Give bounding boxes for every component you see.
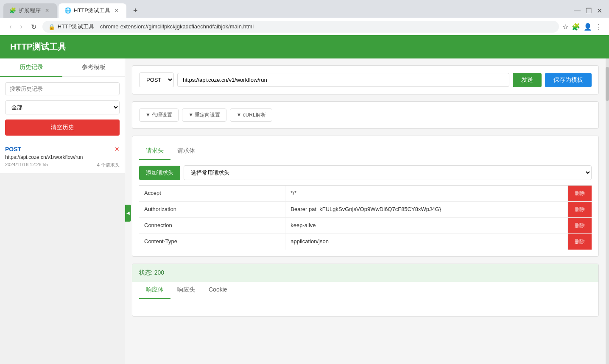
tab-request-headers[interactable]: 请求头 (139, 143, 170, 160)
sidebar-wrapper: 历史记录 参考模板 全部 清空历史 POST ✕ (0, 58, 125, 364)
table-row: Accept */* 删除 (139, 185, 592, 201)
header-val-content-type: application/json (285, 234, 568, 250)
response-tabs: 响应体 响应头 Cookie (132, 282, 598, 299)
settings-row: ▼ 代理设置 ▼ 重定向设置 ▼ cURL解析 (139, 108, 592, 122)
close-tab-http-tool[interactable]: ✕ (113, 7, 120, 14)
headers-table: Accept */* 删除 Authorization Bearer pat_k… (139, 185, 592, 250)
browser-tab-extensions[interactable]: 🧩 扩展程序 ✕ (3, 3, 57, 18)
menu-icon[interactable]: ⋮ (595, 23, 602, 31)
app-title: HTTP测试工具 (10, 42, 66, 51)
app-header: HTTP测试工具 (0, 35, 609, 58)
send-button[interactable]: 发送 (513, 73, 542, 87)
request-card: 请求头 请求体 添加请求头 选择常用请求头 (132, 136, 599, 257)
response-status: 状态: 200 (132, 264, 598, 282)
sidebar-search (0, 77, 125, 100)
proxy-settings-button[interactable]: ▼ 代理设置 (139, 108, 179, 122)
common-header-select[interactable]: 选择常用请求头 (184, 165, 592, 180)
history-method: POST (5, 146, 120, 153)
header-key-accept: Accept (139, 186, 285, 201)
header-add-row: 添加请求头 选择常用请求头 (139, 165, 592, 180)
tab-request-body[interactable]: 请求体 (170, 143, 202, 160)
tab-response-cookie[interactable]: Cookie (202, 282, 234, 299)
url-box[interactable]: 🔒 HTTP测试工具 chrome-extension://gimclifpkc… (42, 21, 559, 33)
settings-card: ▼ 代理设置 ▼ 重定向设置 ▼ cURL解析 (132, 101, 599, 129)
close-window-button[interactable]: ✕ (597, 7, 602, 15)
back-button[interactable]: ‹ (7, 21, 14, 32)
add-header-button[interactable]: 添加请求头 (139, 166, 180, 180)
method-select[interactable]: POST (139, 72, 174, 87)
address-bar: ‹ › ↻ 🔒 HTTP测试工具 chrome-extension://gimc… (0, 18, 609, 35)
restore-button[interactable]: ❐ (586, 7, 592, 15)
url-display: HTTP测试工具 chrome-extension://gimclifpkckj… (58, 23, 553, 31)
table-row: Connection keep-alive 删除 (139, 217, 592, 233)
tab-title-extensions: 扩展程序 (19, 7, 41, 14)
history-count: 4 个请求头 (97, 162, 120, 168)
reload-button[interactable]: ↻ (28, 21, 39, 33)
tab-response-headers[interactable]: 响应头 (170, 282, 202, 299)
response-body-content (132, 299, 598, 316)
delete-header-authorization[interactable]: 删除 (568, 202, 592, 217)
sidebar-tabs: 历史记录 参考模板 (0, 58, 125, 77)
sidebar-filter: 全部 (0, 100, 125, 119)
new-tab-button[interactable]: + (130, 5, 141, 17)
tab-response-body[interactable]: 响应体 (139, 282, 170, 299)
redirect-settings-button[interactable]: ▼ 重定向设置 (182, 108, 226, 122)
tab-title-http-tool: HTTP测试工具 (74, 7, 110, 14)
header-val-connection: keep-alive (285, 218, 568, 233)
table-row: Authorization Bearer pat_kFULgkSvGnjsVOp… (139, 201, 592, 217)
delete-header-content-type[interactable]: 删除 (568, 234, 592, 250)
star-icon[interactable]: ☆ (562, 23, 568, 31)
history-item: POST ✕ https://api.coze.cn/v1/workflow/r… (0, 141, 125, 174)
filter-select[interactable]: 全部 (5, 100, 120, 114)
forward-button[interactable]: › (17, 21, 25, 32)
sidebar-tab-templates[interactable]: 参考模板 (62, 58, 125, 76)
close-tab-extensions[interactable]: ✕ (43, 7, 51, 14)
history-url: https://api.coze.cn/v1/workflow/run (5, 154, 120, 160)
extensions-favicon: 🧩 (9, 7, 16, 14)
extension-icon[interactable]: 🧩 (572, 23, 580, 31)
history-meta: 2024/11/18 12:28:55 4 个请求头 (5, 162, 120, 168)
delete-header-connection[interactable]: 删除 (568, 218, 592, 233)
clear-history-button[interactable]: 清空历史 (5, 119, 120, 136)
minimize-button[interactable]: — (574, 7, 581, 15)
curl-parse-button[interactable]: ▼ cURL解析 (230, 108, 272, 122)
response-card: 状态: 200 响应体 响应头 Cookie (132, 264, 599, 317)
content-area: POST 发送 保存为模板 ▼ 代理设置 ▼ 重定向设置 ▼ cURL解析 (125, 58, 606, 364)
address-bar-icons: ☆ 🧩 👤 ⋮ (562, 23, 602, 31)
table-row: Content-Type application/json 删除 (139, 233, 592, 250)
search-input[interactable] (5, 82, 120, 95)
header-val-authorization: Bearer pat_kFULgkSvGnjsVOp9WwDl6Q7cF85CY… (285, 202, 568, 217)
delete-header-accept[interactable]: 删除 (568, 186, 592, 201)
scrollbar[interactable] (606, 58, 609, 364)
lock-icon: 🔒 (48, 24, 55, 30)
scrollbar-thumb[interactable] (606, 67, 609, 101)
sidebar-tab-history[interactable]: 历史记录 (0, 58, 62, 77)
url-input[interactable] (177, 73, 509, 87)
history-timestamp: 2024/11/18 12:28:55 (5, 162, 48, 168)
history-close-icon[interactable]: ✕ (115, 146, 120, 153)
profile-icon[interactable]: 👤 (584, 23, 592, 31)
header-key-authorization: Authorization (139, 202, 285, 217)
save-template-button[interactable]: 保存为模板 (545, 73, 592, 87)
browser-tab-http-tool[interactable]: 🌐 HTTP测试工具 ✕ (59, 3, 126, 18)
sidebar-collapse-button[interactable]: ◀ (125, 205, 131, 222)
request-tabs: 请求头 请求体 (139, 143, 592, 160)
url-row: POST 发送 保存为模板 (139, 72, 592, 87)
url-card: POST 发送 保存为模板 (132, 65, 599, 94)
header-key-content-type: Content-Type (139, 234, 285, 250)
http-tool-favicon: 🌐 (64, 7, 71, 14)
header-key-connection: Connection (139, 218, 285, 233)
header-val-accept: */* (285, 186, 568, 201)
sidebar: 历史记录 参考模板 全部 清空历史 POST ✕ (0, 58, 125, 174)
